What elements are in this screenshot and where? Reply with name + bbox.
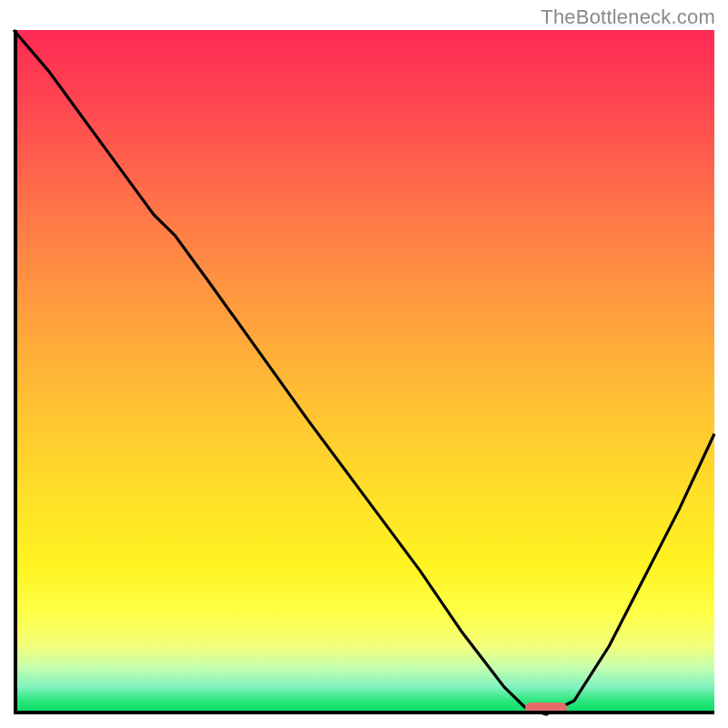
bottleneck-curve xyxy=(14,30,714,714)
chart-frame: TheBottleneck.com xyxy=(0,0,728,728)
optimal-marker xyxy=(525,703,567,713)
watermark-label: TheBottleneck.com xyxy=(541,5,715,29)
